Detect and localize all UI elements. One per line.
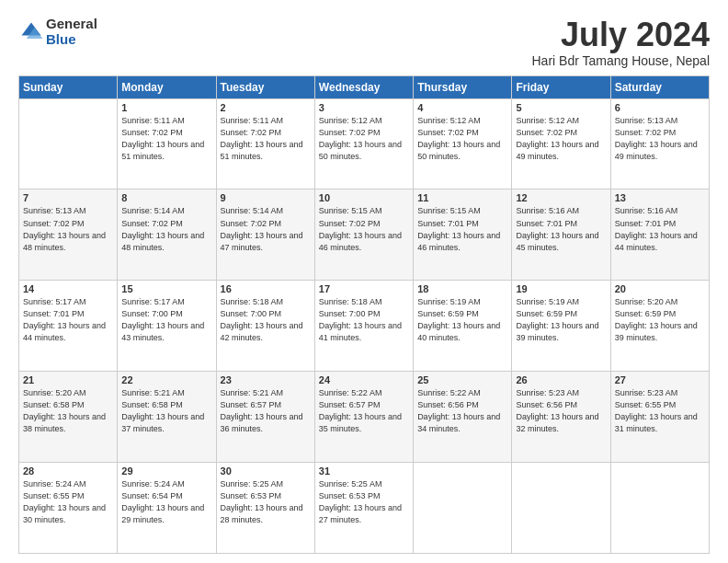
day-number: 24 [319, 374, 409, 385]
cell-info: Sunrise: 5:19 AM Sunset: 6:59 PM Dayligh… [516, 296, 606, 344]
week-row-4: 28Sunrise: 5:24 AM Sunset: 6:55 PM Dayli… [19, 463, 710, 554]
day-number: 13 [615, 192, 705, 203]
cell-info: Sunrise: 5:20 AM Sunset: 6:59 PM Dayligh… [615, 296, 705, 344]
cell-4-3: 31Sunrise: 5:25 AM Sunset: 6:53 PM Dayli… [314, 463, 413, 554]
cell-0-0 [19, 98, 118, 190]
cell-info: Sunrise: 5:13 AM Sunset: 7:02 PM Dayligh… [615, 115, 705, 163]
cell-info: Sunrise: 5:24 AM Sunset: 6:54 PM Dayligh… [121, 478, 211, 526]
day-number: 4 [417, 102, 507, 113]
day-number: 1 [121, 102, 211, 113]
day-number: 2 [221, 102, 311, 113]
col-header-saturday: Saturday [610, 75, 709, 98]
col-header-tuesday: Tuesday [216, 75, 314, 98]
cell-0-6: 6Sunrise: 5:13 AM Sunset: 7:02 PM Daylig… [610, 98, 709, 190]
cell-info: Sunrise: 5:13 AM Sunset: 7:02 PM Dayligh… [23, 205, 113, 253]
day-number: 23 [221, 374, 311, 385]
cell-3-3: 24Sunrise: 5:22 AM Sunset: 6:57 PM Dayli… [314, 372, 413, 463]
day-number: 22 [121, 374, 211, 385]
col-header-friday: Friday [512, 75, 610, 98]
cell-4-5 [512, 463, 610, 554]
day-number: 19 [516, 283, 606, 294]
cell-4-6 [610, 463, 709, 554]
cell-2-5: 19Sunrise: 5:19 AM Sunset: 6:59 PM Dayli… [512, 281, 610, 372]
cell-0-4: 4Sunrise: 5:12 AM Sunset: 7:02 PM Daylig… [414, 98, 512, 190]
col-header-monday: Monday [118, 75, 216, 98]
cell-3-5: 26Sunrise: 5:23 AM Sunset: 6:56 PM Dayli… [512, 372, 610, 463]
day-number: 30 [221, 465, 311, 477]
col-header-sunday: Sunday [19, 75, 118, 98]
logo-line1: General [46, 17, 97, 32]
cell-info: Sunrise: 5:21 AM Sunset: 6:58 PM Dayligh… [121, 387, 211, 435]
week-row-3: 21Sunrise: 5:20 AM Sunset: 6:58 PM Dayli… [19, 372, 710, 463]
cell-2-0: 14Sunrise: 5:17 AM Sunset: 7:01 PM Dayli… [19, 281, 118, 372]
day-number: 28 [23, 465, 113, 477]
cell-3-1: 22Sunrise: 5:21 AM Sunset: 6:58 PM Dayli… [118, 372, 216, 463]
cell-info: Sunrise: 5:24 AM Sunset: 6:55 PM Dayligh… [23, 478, 113, 526]
day-number: 31 [319, 465, 409, 477]
cell-info: Sunrise: 5:23 AM Sunset: 6:55 PM Dayligh… [615, 387, 705, 435]
day-number: 17 [319, 283, 409, 294]
day-number: 29 [121, 465, 211, 477]
cell-4-1: 29Sunrise: 5:24 AM Sunset: 6:54 PM Dayli… [118, 463, 216, 554]
day-number: 12 [516, 192, 606, 203]
cell-info: Sunrise: 5:16 AM Sunset: 7:01 PM Dayligh… [615, 205, 705, 253]
cell-info: Sunrise: 5:21 AM Sunset: 6:57 PM Dayligh… [221, 387, 311, 435]
day-number: 26 [516, 374, 606, 385]
logo-blue-text: Blue [46, 31, 76, 47]
cell-1-3: 10Sunrise: 5:15 AM Sunset: 7:02 PM Dayli… [314, 190, 413, 281]
cell-info: Sunrise: 5:17 AM Sunset: 7:01 PM Dayligh… [23, 296, 113, 344]
cell-0-5: 5Sunrise: 5:12 AM Sunset: 7:02 PM Daylig… [512, 98, 610, 190]
cell-info: Sunrise: 5:15 AM Sunset: 7:02 PM Dayligh… [319, 205, 409, 253]
day-number: 25 [417, 374, 507, 385]
cell-info: Sunrise: 5:12 AM Sunset: 7:02 PM Dayligh… [417, 115, 507, 163]
cell-3-4: 25Sunrise: 5:22 AM Sunset: 6:56 PM Dayli… [414, 372, 512, 463]
cell-3-0: 21Sunrise: 5:20 AM Sunset: 6:58 PM Dayli… [19, 372, 118, 463]
cell-info: Sunrise: 5:17 AM Sunset: 7:00 PM Dayligh… [121, 296, 211, 344]
cell-info: Sunrise: 5:18 AM Sunset: 7:00 PM Dayligh… [319, 296, 409, 344]
day-number: 10 [319, 192, 409, 203]
cell-info: Sunrise: 5:22 AM Sunset: 6:56 PM Dayligh… [417, 387, 507, 435]
day-number: 8 [121, 192, 211, 203]
day-number: 9 [221, 192, 311, 203]
cell-4-0: 28Sunrise: 5:24 AM Sunset: 6:55 PM Dayli… [19, 463, 118, 554]
month-title: July 2024 [531, 17, 710, 53]
day-number: 11 [417, 192, 507, 203]
week-row-1: 7Sunrise: 5:13 AM Sunset: 7:02 PM Daylig… [19, 190, 710, 281]
cell-info: Sunrise: 5:14 AM Sunset: 7:02 PM Dayligh… [221, 205, 311, 253]
cell-info: Sunrise: 5:15 AM Sunset: 7:01 PM Dayligh… [417, 205, 507, 253]
cell-1-0: 7Sunrise: 5:13 AM Sunset: 7:02 PM Daylig… [19, 190, 118, 281]
day-number: 15 [121, 283, 211, 294]
cell-0-3: 3Sunrise: 5:12 AM Sunset: 7:02 PM Daylig… [314, 98, 413, 190]
day-number: 27 [615, 374, 705, 385]
col-header-wednesday: Wednesday [314, 75, 413, 98]
col-header-thursday: Thursday [414, 75, 512, 98]
cell-info: Sunrise: 5:20 AM Sunset: 6:58 PM Dayligh… [23, 387, 113, 435]
day-number: 6 [615, 102, 705, 113]
cell-2-2: 16Sunrise: 5:18 AM Sunset: 7:00 PM Dayli… [216, 281, 314, 372]
header: General Blue July 2024 Hari Bdr Tamang H… [18, 17, 710, 68]
logo-line2: Blue [46, 32, 97, 48]
cell-info: Sunrise: 5:22 AM Sunset: 6:57 PM Dayligh… [319, 387, 409, 435]
cell-info: Sunrise: 5:23 AM Sunset: 6:56 PM Dayligh… [516, 387, 606, 435]
cell-info: Sunrise: 5:11 AM Sunset: 7:02 PM Dayligh… [221, 115, 311, 163]
day-number: 18 [417, 283, 507, 294]
cell-info: Sunrise: 5:12 AM Sunset: 7:02 PM Dayligh… [319, 115, 409, 163]
cell-2-1: 15Sunrise: 5:17 AM Sunset: 7:00 PM Dayli… [118, 281, 216, 372]
header-row: SundayMondayTuesdayWednesdayThursdayFrid… [19, 75, 710, 98]
day-number: 5 [516, 102, 606, 113]
cell-2-4: 18Sunrise: 5:19 AM Sunset: 6:59 PM Dayli… [414, 281, 512, 372]
cell-1-1: 8Sunrise: 5:14 AM Sunset: 7:02 PM Daylig… [118, 190, 216, 281]
day-number: 7 [23, 192, 113, 203]
cell-1-4: 11Sunrise: 5:15 AM Sunset: 7:01 PM Dayli… [414, 190, 512, 281]
cell-4-2: 30Sunrise: 5:25 AM Sunset: 6:53 PM Dayli… [216, 463, 314, 554]
cell-3-6: 27Sunrise: 5:23 AM Sunset: 6:55 PM Dayli… [610, 372, 709, 463]
logo-general: General [46, 16, 97, 31]
week-row-0: 1Sunrise: 5:11 AM Sunset: 7:02 PM Daylig… [19, 98, 710, 190]
calendar-page: General Blue July 2024 Hari Bdr Tamang H… [0, 0, 728, 563]
cell-info: Sunrise: 5:18 AM Sunset: 7:00 PM Dayligh… [221, 296, 311, 344]
calendar-table: SundayMondayTuesdayWednesdayThursdayFrid… [18, 75, 710, 554]
day-number: 14 [23, 283, 113, 294]
day-number: 3 [319, 102, 409, 113]
cell-4-4 [414, 463, 512, 554]
cell-1-2: 9Sunrise: 5:14 AM Sunset: 7:02 PM Daylig… [216, 190, 314, 281]
